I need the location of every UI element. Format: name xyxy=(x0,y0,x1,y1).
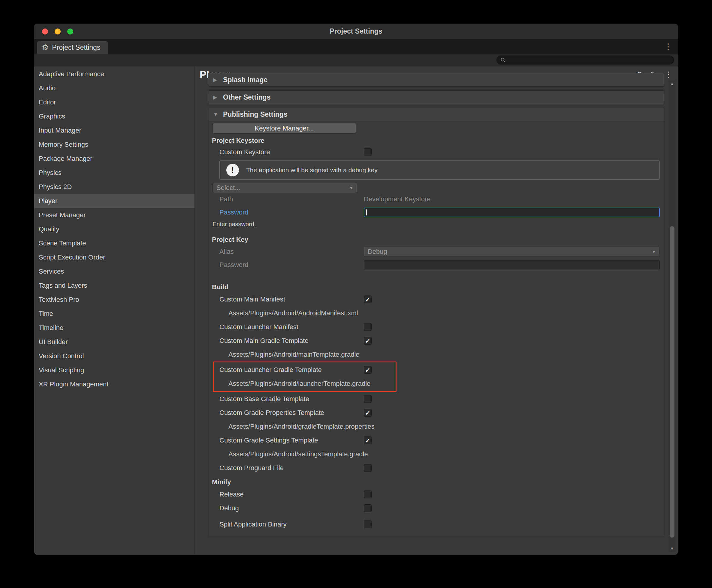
sidebar-item-label: Scene Template xyxy=(39,239,86,247)
setting-label: Split Application Binary xyxy=(219,521,364,528)
split-application-binary-row: Split Application Binary ✓ xyxy=(208,518,665,531)
sidebar-item-label: Memory Settings xyxy=(39,141,88,148)
sidebar-item-version-control[interactable]: Version Control xyxy=(34,349,195,363)
sidebar-item-label: Audio xyxy=(39,84,56,92)
scroll-up-icon[interactable]: ▲ xyxy=(669,80,675,87)
search-input[interactable] xyxy=(508,57,670,64)
split-application-binary-checkbox[interactable]: ✓ xyxy=(364,521,372,528)
sidebar-item-services[interactable]: Services xyxy=(34,264,195,278)
custom-launcher-manifest-checkbox[interactable]: ✓ xyxy=(364,323,372,331)
close-button[interactable] xyxy=(42,28,48,35)
section-splash-image[interactable]: ▶ Splash Image xyxy=(208,73,665,87)
alias-dropdown[interactable]: Debug ▼ xyxy=(364,247,660,257)
minify-label: Minify xyxy=(212,477,665,487)
minimize-button[interactable] xyxy=(55,28,61,35)
sidebar-item-quality[interactable]: Quality xyxy=(34,222,195,236)
sidebar-item-xr-plugin-management[interactable]: XR Plugin Management xyxy=(34,377,195,391)
setting-label: Custom Main Gradle Template xyxy=(219,337,364,345)
path-value: Development Keystore xyxy=(364,195,660,203)
sidebar-item-ui-builder[interactable]: UI Builder xyxy=(34,335,195,349)
dropdown-value: Select... xyxy=(217,184,240,192)
setting-label: Custom Gradle Properties Template xyxy=(219,409,364,417)
section-label: Other Settings xyxy=(223,93,270,101)
setting-label: Custom Base Gradle Template xyxy=(219,395,364,403)
sidebar-item-label: Quality xyxy=(39,225,59,233)
sidebar-item-package-manager[interactable]: Package Manager xyxy=(34,151,195,166)
custom-main-gradle-template-checkbox[interactable]: ✓ xyxy=(364,337,372,345)
minify-release-checkbox[interactable]: ✓ xyxy=(364,490,372,498)
publishing-settings-header[interactable]: ▼ Publishing Settings xyxy=(208,108,665,121)
setting-label: Custom Launcher Manifest xyxy=(219,323,364,331)
chevron-down-icon: ▼ xyxy=(213,111,219,118)
sidebar-item-memory-settings[interactable]: Memory Settings xyxy=(34,138,195,151)
key-password-input[interactable] xyxy=(364,260,660,269)
sidebar-item-physics[interactable]: Physics xyxy=(34,166,195,180)
sidebar-item-textmesh-pro[interactable]: TextMesh Pro xyxy=(34,293,195,307)
section-other-settings[interactable]: ▶ Other Settings xyxy=(208,90,665,104)
build-row-custom-launcher-gradle-template: Custom Launcher Gradle Template ✓ xyxy=(214,363,395,377)
custom-gradle-properties-template-checkbox[interactable]: ✓ xyxy=(364,409,372,417)
keystore-password-row: Password xyxy=(208,206,665,219)
sidebar-item-timeline[interactable]: Timeline xyxy=(34,321,195,335)
custom-keystore-row: Custom Keystore ✓ xyxy=(208,146,665,158)
keystore-select-dropdown[interactable]: Select... ▼ xyxy=(212,183,357,193)
search-band xyxy=(34,54,678,66)
keystore-password-input[interactable] xyxy=(364,208,660,217)
scroll-down-icon[interactable]: ▼ xyxy=(669,545,675,552)
path-text: Assets/Plugins/Android/mainTemplate.grad… xyxy=(228,351,360,358)
custom-keystore-checkbox[interactable]: ✓ xyxy=(364,148,372,156)
chevron-down-icon: ▼ xyxy=(349,185,353,190)
sidebar-item-audio[interactable]: Audio xyxy=(34,81,195,95)
alias-label: Alias xyxy=(219,248,364,256)
keystore-path-row: Path Development Keystore xyxy=(208,193,665,206)
sidebar-item-time[interactable]: Time xyxy=(34,307,195,321)
dropdown-value: Debug xyxy=(368,248,387,256)
custom-main-manifest-checkbox[interactable]: ✓ xyxy=(364,295,372,303)
sidebar-item-editor[interactable]: Editor xyxy=(34,95,195,109)
search-box[interactable] xyxy=(496,56,674,64)
path-text: Assets/Plugins/Android/gradleTemplate.pr… xyxy=(228,423,374,430)
custom-launcher-gradle-template-checkbox[interactable]: ✓ xyxy=(364,366,372,374)
vertical-scrollbar[interactable]: ▲ ▼ xyxy=(669,80,675,552)
build-row-custom-main-gradle-template: Custom Main Gradle Template ✓ xyxy=(208,334,665,348)
minify-debug-checkbox[interactable]: ✓ xyxy=(364,504,372,512)
sidebar-item-label: UI Builder xyxy=(39,338,68,346)
custom-gradle-settings-template-checkbox[interactable]: ✓ xyxy=(364,437,372,444)
sidebar-item-label: Player xyxy=(39,197,57,205)
project-keystore-label: Project Keystore xyxy=(212,135,665,146)
keystore-manager-button[interactable]: Keystore Manager... xyxy=(212,123,356,133)
custom-keystore-label: Custom Keystore xyxy=(219,148,364,156)
section-label: Splash Image xyxy=(223,76,267,84)
custom-base-gradle-template-checkbox[interactable]: ✓ xyxy=(364,395,372,403)
path-label: Path xyxy=(219,195,364,203)
tab-label: Project Settings xyxy=(52,43,100,51)
project-key-label: Project Key xyxy=(212,234,665,245)
alias-row: Alias Debug ▼ xyxy=(208,245,665,258)
sidebar-item-physics-2d[interactable]: Physics 2D xyxy=(34,180,195,194)
zoom-button[interactable] xyxy=(67,28,73,35)
tab-strip: ⚙ Project Settings ⋮ xyxy=(34,39,678,54)
sidebar-item-tags-and-layers[interactable]: Tags and Layers xyxy=(34,278,195,293)
context-menu-kebab-icon[interactable]: ⋮ xyxy=(665,70,672,79)
custom-proguard-file-checkbox[interactable]: ✓ xyxy=(364,464,372,472)
keystore-password-label: Password xyxy=(219,209,364,216)
path-text: Assets/Plugins/Android/AndroidManifest.x… xyxy=(228,309,358,317)
sidebar-item-scene-template[interactable]: Scene Template xyxy=(34,236,195,250)
sidebar-item-input-manager[interactable]: Input Manager xyxy=(34,123,195,138)
sidebar-item-visual-scripting[interactable]: Visual Scripting xyxy=(34,363,195,377)
sidebar-item-label: Graphics xyxy=(39,112,65,120)
sidebar-item-player[interactable]: Player xyxy=(34,194,195,208)
sidebar-item-label: Adaptive Performance xyxy=(39,70,104,78)
minify-row-debug: Debug ✓ xyxy=(208,501,665,515)
sidebar-item-preset-manager[interactable]: Preset Manager xyxy=(34,208,195,222)
tab-project-settings[interactable]: ⚙ Project Settings xyxy=(37,41,108,54)
path-row: Assets/Plugins/Android/AndroidManifest.x… xyxy=(208,306,665,320)
sidebar-item-label: Services xyxy=(39,268,64,275)
tab-menu-kebab-icon[interactable]: ⋮ xyxy=(664,42,672,51)
scrollbar-thumb[interactable] xyxy=(670,226,674,538)
sidebar-item-label: Script Execution Order xyxy=(39,253,105,261)
sidebar-item-adaptive-performance[interactable]: Adaptive Performance xyxy=(34,67,195,81)
setting-label: Custom Proguard File xyxy=(219,464,364,472)
sidebar-item-graphics[interactable]: Graphics xyxy=(34,109,195,123)
sidebar-item-script-execution-order[interactable]: Script Execution Order xyxy=(34,250,195,264)
